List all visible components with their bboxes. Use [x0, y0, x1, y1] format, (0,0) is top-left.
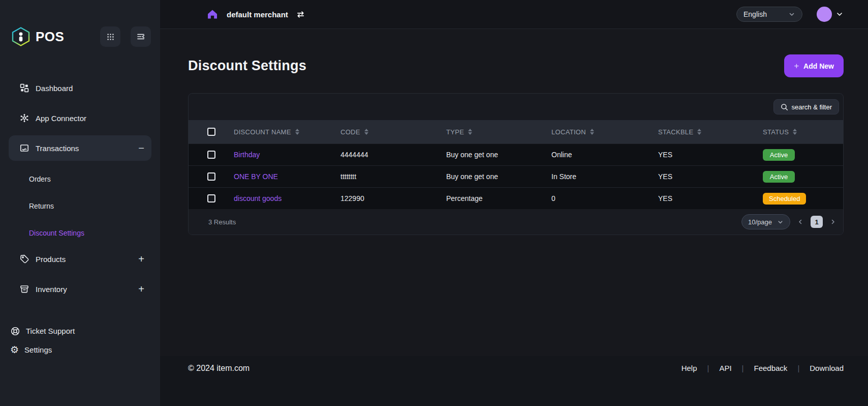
collapse-menu-icon [136, 32, 145, 41]
sidebar-item-transactions[interactable]: Transactions − [9, 135, 151, 161]
sort-icon [697, 129, 701, 135]
sidebar-item-label: Orders [29, 175, 51, 183]
sidebar-header: POS [0, 0, 160, 47]
sort-icon [590, 129, 594, 135]
collapse-section-icon[interactable]: − [138, 143, 144, 153]
merchant-name: default merchant [227, 10, 288, 19]
plus-icon: + [794, 61, 799, 71]
products-tag-icon [19, 254, 29, 264]
table-header-row: DISCOUNT NAME CODE TYPE LOCATION [189, 120, 843, 143]
cell-location: 0 [551, 194, 658, 202]
row-checkbox[interactable] [207, 172, 215, 181]
row-checkbox[interactable] [207, 151, 215, 159]
expand-section-icon[interactable]: + [138, 254, 144, 264]
app-connector-icon [19, 113, 29, 123]
sidebar-footer: Ticket Support ⚙ Settings [0, 322, 160, 359]
content: Discount Settings + Add New search & fil… [160, 29, 868, 356]
cell-code: 122990 [340, 194, 446, 202]
sidebar: POS [0, 0, 160, 406]
discounts-table-card: search & filter DISCOUNT NAME CODE [188, 93, 844, 235]
chevron-down-icon [835, 10, 844, 18]
language-select[interactable]: English [736, 7, 802, 22]
footer-link-help[interactable]: Help [681, 364, 697, 372]
next-page-button[interactable] [828, 216, 838, 228]
sidebar-item-ticket-support[interactable]: Ticket Support [10, 322, 150, 340]
page-header: Discount Settings + Add New [188, 54, 844, 77]
status-badge: Scheduled [763, 193, 806, 205]
expand-section-icon[interactable]: + [138, 284, 144, 294]
sidebar-item-inventory[interactable]: Inventory + [9, 276, 151, 302]
page-size-select[interactable]: 10/page [741, 214, 790, 229]
sort-icon [295, 129, 299, 135]
cell-type: Buy one get one [446, 151, 551, 159]
cell-type: Percentage [446, 194, 551, 202]
header-type[interactable]: TYPE [446, 128, 551, 136]
header-discount-name[interactable]: DISCOUNT NAME [234, 128, 340, 136]
header-stackble[interactable]: STACKBLE [658, 128, 763, 136]
sidebar-item-returns[interactable]: Returns [9, 192, 151, 219]
search-filter-label: search & filter [792, 103, 832, 111]
life-buoy-icon [10, 326, 20, 336]
header-status[interactable]: STATUS [763, 128, 843, 136]
footer-separator: | [707, 364, 709, 372]
row-checkbox[interactable] [207, 194, 215, 202]
user-menu[interactable] [817, 7, 844, 22]
sidebar-nav: Dashboard App Connector [0, 75, 160, 302]
discount-name-link[interactable]: discount goods [234, 194, 282, 202]
page-size-value: 10/page [748, 218, 772, 226]
brand-name: POS [36, 29, 64, 45]
cell-stackble: YES [658, 194, 763, 202]
page-number-button[interactable]: 1 [811, 216, 823, 228]
topbar-right: English [736, 7, 844, 22]
discount-name-link[interactable]: Birthday [234, 151, 260, 159]
footer-link-feedback[interactable]: Feedback [754, 364, 788, 372]
sidebar-item-label: App Connector [36, 114, 86, 123]
results-count: 3 Results [208, 218, 236, 226]
apps-grid-button[interactable] [100, 26, 120, 47]
cell-code: tttttttt [340, 172, 446, 181]
select-all-checkbox[interactable] [207, 128, 215, 136]
search-filter-button[interactable]: search & filter [773, 99, 839, 114]
sidebar-item-discount-settings[interactable]: Discount Settings [9, 219, 151, 246]
sort-icon [793, 129, 797, 135]
pagination: 10/page 1 [741, 214, 838, 229]
table-footer: 3 Results 10/page [189, 209, 843, 235]
footer-link-download[interactable]: Download [810, 364, 844, 372]
prev-page-button[interactable] [795, 216, 805, 228]
language-value: English [743, 10, 767, 18]
sidebar-item-label: Inventory [36, 285, 67, 294]
add-new-label: Add New [803, 62, 834, 70]
sidebar-item-app-connector[interactable]: App Connector [9, 105, 151, 131]
sidebar-item-dashboard[interactable]: Dashboard [9, 75, 151, 101]
sort-icon [468, 129, 472, 135]
switch-merchant-icon[interactable] [296, 10, 305, 19]
home-icon[interactable] [207, 9, 218, 20]
cell-location: In Store [551, 172, 658, 181]
avatar[interactable] [817, 7, 832, 22]
footer-link-api[interactable]: API [719, 364, 731, 372]
footer-separator: | [797, 364, 799, 372]
collapse-sidebar-button[interactable] [131, 26, 151, 47]
header-code[interactable]: CODE [340, 128, 446, 136]
column-label: LOCATION [551, 128, 586, 136]
dashboard-icon [19, 83, 29, 93]
header-location[interactable]: LOCATION [551, 128, 658, 136]
chevron-down-icon [777, 219, 784, 225]
add-new-button[interactable]: + Add New [784, 54, 844, 77]
sidebar-item-label: Dashboard [36, 84, 73, 93]
gear-icon: ⚙ [10, 345, 19, 355]
main-area: default merchant English [160, 0, 868, 406]
sidebar-item-products[interactable]: Products + [9, 246, 151, 272]
search-icon [781, 103, 788, 111]
row-cell-checkbox [189, 172, 234, 181]
row-cell-checkbox [189, 151, 234, 159]
pos-hexagon-logo-icon [11, 26, 30, 47]
sidebar-item-orders[interactable]: Orders [9, 165, 151, 192]
brand-logo[interactable]: POS [11, 26, 64, 47]
status-badge: Active [763, 149, 795, 161]
transactions-icon [19, 143, 29, 153]
sidebar-item-settings[interactable]: ⚙ Settings [10, 340, 150, 359]
topbar: default merchant English [160, 0, 868, 29]
sidebar-item-label: Ticket Support [26, 327, 75, 335]
discount-name-link[interactable]: ONE BY ONE [234, 172, 278, 181]
